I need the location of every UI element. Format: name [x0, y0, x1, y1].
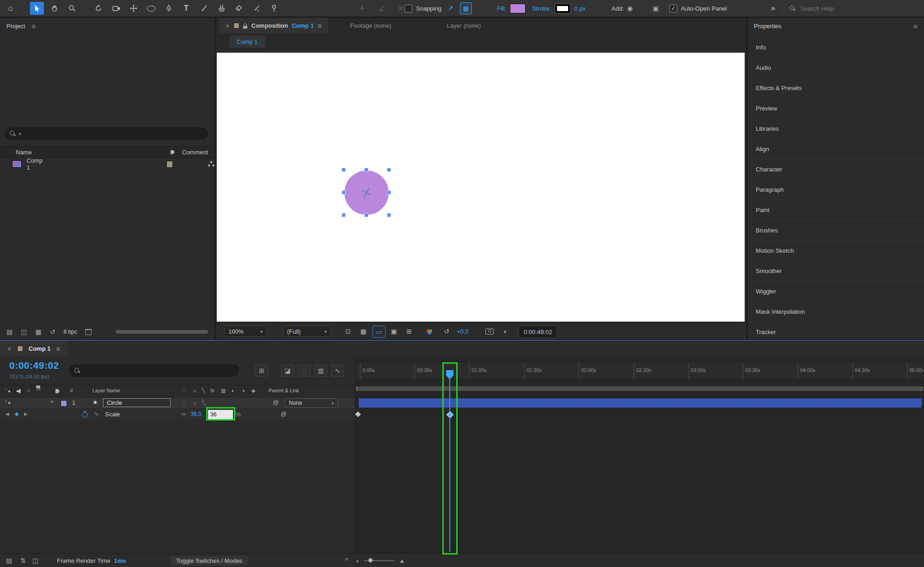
- roto-brush-tool[interactable]: [250, 2, 263, 15]
- panel-tab-mask-interpolation[interactable]: Mask Interpolation: [747, 302, 924, 322]
- snap-options-icon[interactable]: ↗: [445, 3, 456, 14]
- next-keyframe-icon[interactable]: ▶: [24, 411, 28, 416]
- layer-quality-switch[interactable]: ╲: [202, 399, 206, 406]
- pen-tool[interactable]: [162, 2, 176, 15]
- anchor-point-icon[interactable]: [361, 188, 372, 198]
- scale-x-value[interactable]: 36,0,: [190, 411, 203, 417]
- frame-blending-icon[interactable]: ▥: [314, 365, 327, 377]
- quality-switch-icon[interactable]: ╲: [202, 388, 205, 394]
- search-help-input[interactable]: [800, 5, 885, 12]
- grid-icon[interactable]: ⊞: [403, 326, 415, 337]
- timeline-search-field[interactable]: [69, 365, 239, 377]
- previous-keyframe-icon[interactable]: ◀: [6, 411, 9, 416]
- solo-column-icon[interactable]: ○: [27, 388, 30, 393]
- add-property-icon[interactable]: ◉: [627, 5, 633, 12]
- layer-row[interactable]: ▾ 1 ★ Circle ◌ ☼ ╲ @ None ▾: [0, 397, 355, 409]
- selection-handle[interactable]: [364, 213, 368, 217]
- local-axis-mode-icon[interactable]: [355, 2, 369, 15]
- bit-depth-button[interactable]: 8 bpc: [63, 329, 77, 335]
- zoom-out-mountain-icon[interactable]: ▲: [355, 559, 359, 563]
- hand-tool[interactable]: [48, 2, 61, 15]
- show-snapshot-icon[interactable]: ◐: [500, 326, 512, 337]
- stroke-label[interactable]: Stroke:: [532, 5, 551, 12]
- fill-swatch[interactable]: [510, 4, 526, 13]
- shape-tool-ellipse[interactable]: [144, 2, 158, 15]
- lock-icon[interactable]: [243, 24, 248, 29]
- selection-handle[interactable]: [387, 168, 391, 172]
- property-pickwhip-icon[interactable]: @: [281, 410, 287, 417]
- stroke-swatch[interactable]: [555, 4, 570, 13]
- parent-dropdown[interactable]: None ▾: [285, 398, 338, 408]
- reset-exposure-icon[interactable]: ↺: [441, 326, 453, 337]
- panel-tab-preview[interactable]: Preview: [747, 98, 924, 119]
- zoom-tool[interactable]: [65, 2, 79, 15]
- puppet-pin-tool[interactable]: [267, 2, 281, 15]
- audio-column-icon[interactable]: [17, 389, 22, 394]
- tab-layer[interactable]: Layer (none): [447, 22, 481, 29]
- new-composition-icon[interactable]: ▦: [35, 328, 41, 335]
- selection-handle[interactable]: [387, 190, 391, 195]
- link-dimensions-icon[interactable]: ∞: [182, 410, 186, 417]
- fill-label[interactable]: Fill:: [497, 5, 506, 12]
- current-timecode[interactable]: 0:00:49:02: [9, 360, 59, 371]
- dock-panel-icon[interactable]: ▣: [653, 5, 659, 12]
- layer-expander-icon[interactable]: ▾: [51, 399, 54, 405]
- panel-tab-audio[interactable]: Audio: [747, 58, 924, 78]
- expand-transfer-controls-icon[interactable]: ⇅: [20, 557, 26, 564]
- draft-3d-icon[interactable]: ◪: [281, 365, 294, 377]
- interpret-footage-icon[interactable]: ▤: [6, 328, 12, 335]
- world-axis-mode-icon[interactable]: [374, 2, 388, 15]
- project-search-field[interactable]: ▾: [5, 128, 208, 140]
- project-item-row[interactable]: Comp 1: [0, 158, 214, 170]
- panel-tab-brushes[interactable]: Brushes: [747, 220, 924, 241]
- snapshot-icon[interactable]: [483, 326, 496, 337]
- fx-switch-icon[interactable]: fx: [210, 388, 214, 393]
- selection-tool[interactable]: [30, 2, 44, 15]
- collapse-icon[interactable]: ^: [345, 557, 349, 564]
- toggle-switches-modes-button[interactable]: Toggle Switches / Modes: [171, 556, 248, 566]
- clone-stamp-tool[interactable]: [214, 2, 228, 15]
- mini-flowchart-icon[interactable]: ⊞: [255, 365, 268, 377]
- layer-collapse-switch[interactable]: ☼: [192, 399, 198, 406]
- viewer-timecode-field[interactable]: 0:00:49:02: [519, 326, 557, 338]
- motion-blur-switch-icon[interactable]: ◐: [232, 388, 235, 393]
- channel-icon[interactable]: [424, 326, 436, 337]
- value-graph-icon[interactable]: ∿: [94, 410, 99, 417]
- expand-render-queue-icon[interactable]: ▤: [6, 557, 12, 564]
- panel-tab-wiggler[interactable]: Wiggler: [747, 281, 924, 302]
- zoom-in-mountain-icon[interactable]: ▲: [399, 557, 405, 564]
- auto-open-panel-checkbox[interactable]: ✓: [669, 5, 677, 12]
- tab-footage[interactable]: Footage (none): [350, 22, 392, 29]
- toolbar-overflow-icon[interactable]: »: [771, 4, 775, 12]
- stroke-width-value[interactable]: 0 px: [574, 5, 586, 12]
- snap-grid-icon[interactable]: ▦: [460, 2, 472, 14]
- selection-handle[interactable]: [387, 213, 391, 217]
- snapping-checkbox[interactable]: [404, 5, 412, 12]
- camera-tool[interactable]: [109, 2, 123, 15]
- panel-tab-libraries[interactable]: Libraries: [747, 119, 924, 139]
- pan-behind-tool[interactable]: [127, 2, 141, 15]
- selection-handle[interactable]: [342, 168, 346, 172]
- layer-label-swatch[interactable]: [61, 400, 67, 407]
- add-keyframe-icon[interactable]: ◆: [15, 411, 18, 417]
- panel-tab-info[interactable]: Info: [747, 37, 924, 58]
- project-panel-menu-icon[interactable]: ≡: [31, 22, 36, 30]
- eraser-tool[interactable]: [232, 2, 246, 15]
- resolution-dropdown[interactable]: (Full) ▾: [283, 326, 331, 337]
- column-comment[interactable]: Comment: [182, 149, 208, 156]
- graph-editor-icon[interactable]: ∿: [331, 365, 344, 377]
- property-name[interactable]: Scale: [105, 411, 120, 418]
- region-of-interest-icon[interactable]: ⊡: [342, 326, 354, 337]
- adjustment-switch-icon[interactable]: ◑: [242, 388, 245, 393]
- magnification-dropdown[interactable]: 100% ▾: [224, 326, 267, 337]
- exposure-value[interactable]: +0,0: [457, 328, 469, 335]
- label-column-icon[interactable]: [171, 150, 175, 154]
- new-folder-icon[interactable]: ◫: [21, 328, 27, 335]
- parent-link-column[interactable]: Parent & Link: [269, 388, 299, 393]
- layer-name-field[interactable]: Circle: [103, 398, 171, 407]
- project-horizontal-scrollbar[interactable]: [116, 330, 208, 334]
- panel-tab-effects-presets[interactable]: Effects & Presets: [747, 78, 924, 98]
- layer-name-column[interactable]: Layer Name: [92, 388, 120, 393]
- tab-composition[interactable]: × Composition Comp 1 ≡: [219, 18, 328, 33]
- panel-tab-align[interactable]: Align: [747, 139, 924, 159]
